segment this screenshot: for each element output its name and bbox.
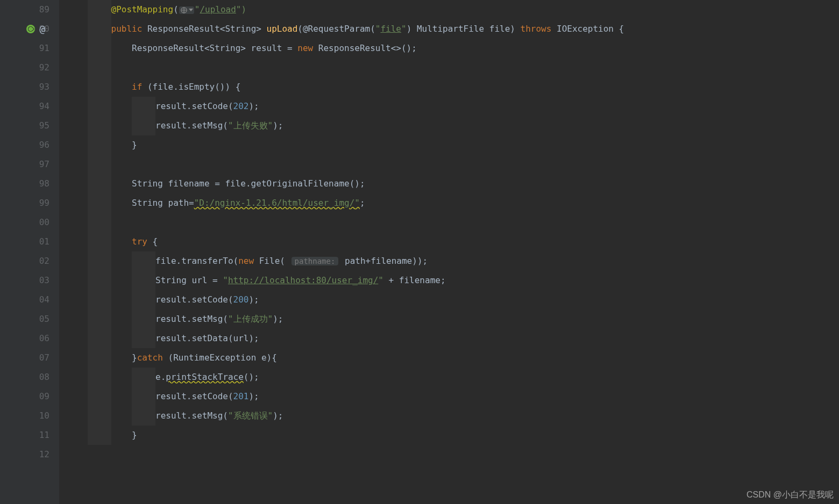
code-line[interactable]: result.setCode(200); (59, 290, 839, 309)
code-line[interactable]: String url = "http://localhost:80/user_i… (59, 271, 839, 290)
line-number: 92 (0, 58, 49, 77)
line-number: 04 (0, 290, 49, 309)
chevron-down-icon (189, 9, 193, 11)
code-line[interactable]: result.setMsg("上传成功"); (59, 309, 839, 329)
code-content[interactable]: @PostMapping("/upload") public ResponseR… (59, 0, 839, 504)
line-number: 09 (0, 387, 49, 406)
code-line[interactable]: String path="D:/nginx-1.21.6/html/user_i… (59, 193, 839, 213)
line-number: @ 90 (0, 19, 49, 39)
line-number: 93 (0, 77, 49, 97)
code-line[interactable]: String filename = file.getOriginalFilena… (59, 174, 839, 193)
code-line[interactable]: } (59, 135, 839, 155)
line-number: 99 (0, 193, 49, 213)
code-editor[interactable]: 89 @ 90 91 92 93 94 95 96 97 98 99 00 01… (0, 0, 839, 504)
line-number: 95 (0, 116, 49, 135)
code-line[interactable]: }catch (RuntimeException e){ (59, 348, 839, 368)
line-number: 91 (0, 39, 49, 58)
watermark: CSDN @小白不是我呢 (746, 489, 834, 501)
line-number: 05 (0, 309, 49, 329)
code-line[interactable]: e.printStackTrace(); (59, 368, 839, 387)
code-line[interactable] (59, 58, 839, 77)
code-line[interactable]: try { (59, 232, 839, 251)
line-number: 96 (0, 135, 49, 155)
line-number: 02 (0, 251, 49, 271)
code-line[interactable]: if (file.isEmpty()) { (59, 77, 839, 97)
http-icon[interactable]: @ (39, 19, 45, 39)
line-number: 10 (0, 406, 49, 426)
line-number: 94 (0, 97, 49, 116)
line-number: 07 (0, 348, 49, 368)
globe-icon[interactable] (179, 6, 194, 14)
code-line[interactable]: result.setMsg("系统错误"); (59, 406, 839, 426)
code-line[interactable]: public ResponseResult<String> upLoad(@Re… (59, 19, 839, 39)
line-number: 03 (0, 271, 49, 290)
code-line[interactable]: result.setMsg("上传失败"); (59, 116, 839, 135)
code-line[interactable]: file.transferTo(new File( pathname: path… (59, 251, 839, 271)
code-line[interactable]: } (59, 426, 839, 445)
spring-icon[interactable] (26, 25, 35, 33)
code-line[interactable]: ResponseResult<String> result = new Resp… (59, 39, 839, 58)
line-number: 89 (0, 0, 49, 19)
line-number: 12 (0, 445, 49, 464)
code-line[interactable] (59, 155, 839, 174)
line-number: 06 (0, 329, 49, 348)
code-line[interactable] (59, 445, 839, 464)
line-number: 08 (0, 368, 49, 387)
line-number: 11 (0, 426, 49, 445)
code-line[interactable]: result.setCode(202); (59, 97, 839, 116)
line-number: 01 (0, 232, 49, 251)
line-number: 00 (0, 213, 49, 232)
code-line[interactable]: result.setData(url); (59, 329, 839, 348)
code-line[interactable]: result.setCode(201); (59, 387, 839, 406)
code-line[interactable] (59, 213, 839, 232)
parameter-hint: pathname: (291, 257, 339, 265)
line-number: 97 (0, 155, 49, 174)
code-line[interactable]: @PostMapping("/upload") (59, 0, 839, 19)
gutter-icons[interactable]: @ (26, 19, 45, 39)
line-number-gutter: 89 @ 90 91 92 93 94 95 96 97 98 99 00 01… (0, 0, 59, 504)
line-number: 98 (0, 174, 49, 193)
